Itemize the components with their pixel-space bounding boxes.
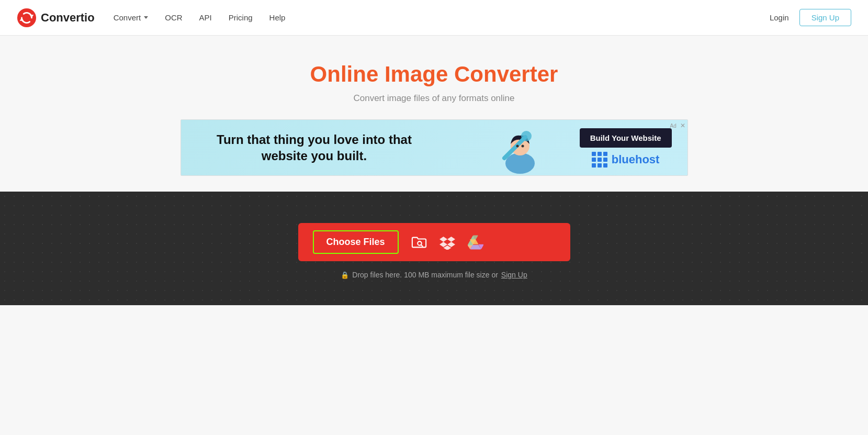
google-drive-button[interactable]: [468, 235, 483, 250]
ad-illustration: [489, 119, 551, 175]
ad-main-text: Turn that thing you love into that websi…: [197, 131, 432, 164]
logo-icon: [17, 8, 37, 28]
bluehost-logo: bluehost: [592, 152, 660, 168]
logo[interactable]: Convertio: [17, 8, 95, 28]
header: Convertio Convert OCR API Pricing Help L…: [0, 0, 868, 36]
nav-pricing[interactable]: Pricing: [229, 13, 253, 22]
drop-info-signup-link[interactable]: Sign Up: [501, 271, 527, 279]
drop-info: 🔒 Drop files here. 100 MB maximum file s…: [10, 271, 858, 279]
hero-title: Online Image Converter: [10, 62, 858, 87]
nav-ocr[interactable]: OCR: [165, 13, 182, 22]
google-drive-icon: [468, 235, 483, 250]
header-right: Login Sign Up: [770, 9, 851, 26]
drop-info-text: Drop files here. 100 MB maximum file siz…: [352, 271, 498, 279]
svg-point-0: [17, 8, 36, 27]
choose-files-button[interactable]: Choose Files: [313, 230, 399, 254]
lock-icon: 🔒: [341, 271, 349, 279]
upload-section: Choose Files: [0, 192, 868, 305]
svg-line-9: [421, 244, 422, 246]
main-nav: Convert OCR API Pricing Help: [114, 13, 286, 22]
login-button[interactable]: Login: [770, 13, 789, 22]
header-left: Convertio Convert OCR API Pricing Help: [17, 8, 285, 28]
hero-section: Online Image Converter Convert image fil…: [0, 36, 868, 192]
nav-api[interactable]: API: [199, 13, 212, 22]
folder-search-button[interactable]: [411, 235, 427, 250]
bluehost-grid-icon: [592, 152, 607, 168]
hero-subtitle: Convert image files of any formats onlin…: [10, 93, 858, 104]
close-ad-button[interactable]: ✕: [680, 122, 685, 129]
ad-right: Build Your Website bluehost: [580, 128, 672, 168]
dropbox-button[interactable]: [439, 235, 455, 250]
svg-point-5: [521, 131, 532, 141]
ad-cta-label[interactable]: Build Your Website: [580, 128, 672, 148]
svg-point-3: [505, 153, 535, 174]
dropbox-icon: [439, 235, 455, 250]
svg-point-7: [521, 145, 524, 148]
folder-search-icon: [411, 235, 427, 250]
chevron-down-icon: [144, 16, 148, 19]
ad-label: Ad ✕: [670, 122, 685, 129]
signup-button[interactable]: Sign Up: [799, 9, 851, 26]
nav-help[interactable]: Help: [269, 13, 286, 22]
nav-convert[interactable]: Convert: [114, 13, 149, 22]
svg-point-6: [516, 145, 518, 148]
upload-bar: Choose Files: [298, 223, 570, 261]
logo-text: Convertio: [41, 11, 95, 25]
ad-banner: Turn that thing you love into that websi…: [181, 119, 688, 176]
